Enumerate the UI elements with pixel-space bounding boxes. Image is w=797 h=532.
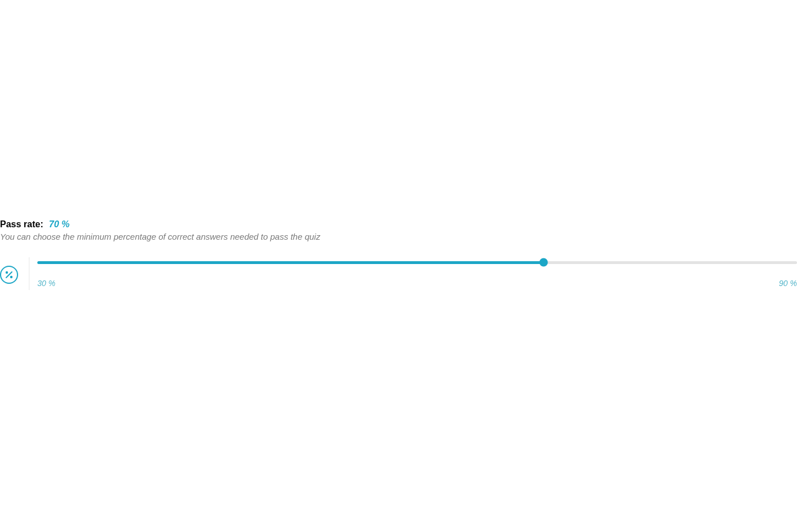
pass-rate-value: 70 % [49, 219, 70, 230]
percent-icon [0, 266, 18, 284]
pass-rate-header: Pass rate: 70 % [0, 219, 797, 230]
pass-rate-label: Pass rate: [0, 219, 44, 230]
svg-point-1 [10, 276, 12, 278]
slider-track [37, 261, 797, 264]
pass-rate-description: You can choose the minimum percentage of… [0, 232, 797, 241]
slider-thumb[interactable] [540, 258, 548, 267]
slider-fill [37, 261, 544, 264]
percent-icon-cell [0, 257, 29, 290]
slider-max-label: 90 % [779, 279, 797, 288]
svg-point-0 [6, 271, 8, 274]
pass-rate-slider[interactable] [37, 257, 797, 267]
pass-rate-slider-row: 30 % 90 % [0, 257, 797, 290]
slider-min-label: 30 % [37, 279, 55, 288]
slider-labels: 30 % 90 % [37, 279, 797, 288]
